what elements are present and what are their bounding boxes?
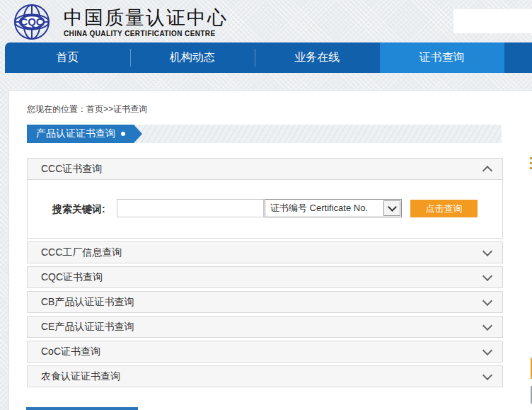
site-title: 中国质量认证中心 — [64, 7, 228, 28]
select-arrow-icon[interactable] — [383, 200, 400, 216]
chevron-down-icon — [482, 321, 492, 331]
keyword-label: 搜索关键词: — [52, 203, 105, 216]
accordion-label: CCC证书查询 — [41, 163, 102, 176]
section-title-ribbon: 产品认证证书查询 — [27, 125, 134, 143]
page-title: 产品认证证书查询 — [36, 127, 115, 140]
nav-item-label: 机构动态 — [170, 50, 215, 65]
chevron-down-icon — [482, 246, 492, 256]
select-value: 证书编号 Certificate No. — [270, 202, 383, 215]
accordion-label: CCC工厂信息查询 — [41, 246, 122, 259]
accordion-label: 农食认证证书查询 — [41, 370, 120, 383]
accordion-header-ce-certificate[interactable]: CE产品认证证书查询 — [27, 316, 503, 338]
nav-item-label: 证书查询 — [420, 50, 465, 65]
section-title-bar: 产品认证证书查询 — [27, 125, 502, 143]
accordion-label: CQC证书查询 — [41, 271, 103, 284]
ribbon-dot-icon — [121, 132, 125, 136]
chevron-down-icon — [482, 346, 492, 355]
nav-item-label: 首页 — [56, 50, 79, 65]
cqc-globe-logo-icon: CQC — [7, 4, 57, 40]
chevron-down-icon — [482, 370, 492, 380]
site-logo[interactable]: CQC 中国质量认证中心 CHINA QUALITY CERTIFICATION… — [7, 4, 228, 40]
logo-text: 中国质量认证中心 CHINA QUALITY CERTIFICATION CEN… — [64, 7, 228, 38]
query-button[interactable]: 点击查询 — [410, 200, 478, 217]
accordion-label: CoC证书查询 — [41, 346, 100, 358]
chevron-down-icon — [482, 296, 492, 306]
chevron-down-icon — [482, 271, 492, 281]
svg-text:CQC: CQC — [20, 16, 44, 28]
accordion-header-coc-certificate[interactable]: CoC证书查询 — [27, 341, 503, 363]
keyword-input[interactable] — [117, 199, 264, 217]
chevron-up-icon — [482, 166, 492, 176]
next-section-top-edge — [26, 407, 138, 410]
accordion-header-cqc-certificate[interactable]: CQC证书查询 — [27, 266, 503, 288]
accordion-content-ccc-certificate: 搜索关键词: 证书编号 Certificate No. 点击查询 — [27, 180, 503, 239]
main-content-panel: 您现在的位置：首页>>证书查询 产品认证证书查询 CCC证书查询 搜索关键词: … — [8, 90, 532, 410]
site-subtitle: CHINA QUALITY CERTIFICATION CENTRE — [64, 30, 228, 38]
breadcrumb: 您现在的位置：首页>>证书查询 — [27, 103, 147, 115]
nav-item-certificate-query[interactable]: 证书查询 — [380, 42, 505, 73]
nav-item-business-online[interactable]: 业务在线 — [255, 42, 380, 73]
accordion-label: CE产品认证证书查询 — [41, 321, 134, 334]
nav-item-label: 业务在线 — [294, 50, 340, 65]
cqc-certificate-query-page: CQC 中国质量认证中心 CHINA QUALITY CERTIFICATION… — [0, 0, 532, 410]
accordion-header-ccc-certificate[interactable]: CCC证书查询 — [27, 158, 503, 180]
nav-item-news[interactable]: 机构动态 — [130, 42, 255, 73]
accordion-header-agrifood-certificate[interactable]: 农食认证证书查询 — [27, 365, 503, 387]
accordion-header-ccc-factory[interactable]: CCC工厂信息查询 — [27, 241, 503, 263]
accordion-label: CB产品认证证书查询 — [41, 296, 134, 309]
search-type-select[interactable]: 证书编号 Certificate No. — [265, 199, 402, 217]
main-nav: 首页 机构动态 业务在线 证书查询 — [5, 42, 532, 73]
header-search-box[interactable] — [453, 9, 532, 33]
accordion-header-cb-certificate[interactable]: CB产品认证证书查询 — [27, 291, 503, 313]
nav-item-home[interactable]: 首页 — [5, 42, 130, 73]
